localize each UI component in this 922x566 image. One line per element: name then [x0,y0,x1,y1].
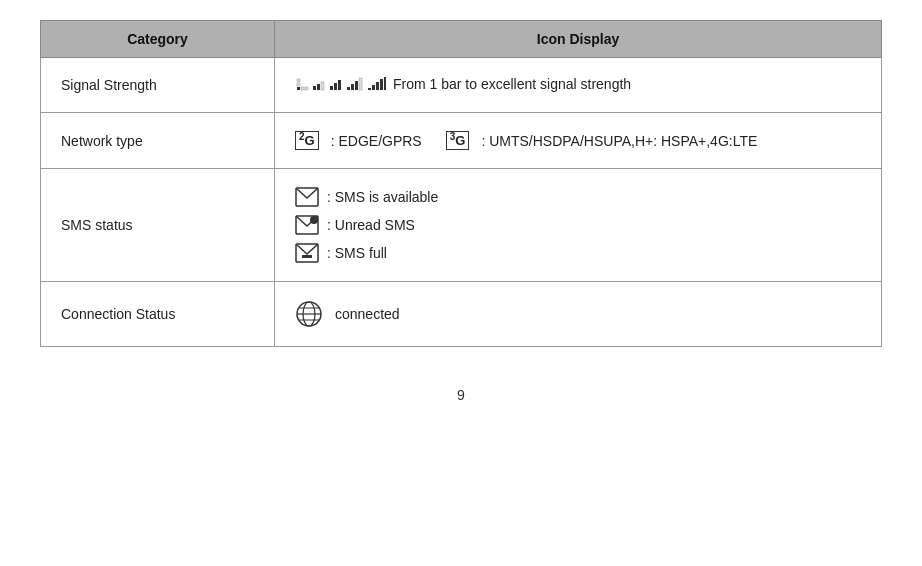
svg-rect-13 [355,81,358,90]
2g-g: G [305,133,315,148]
envelope-full-icon [295,243,319,263]
network-2g-badge: 2G [295,131,319,150]
svg-rect-6 [317,84,320,90]
svg-rect-12 [351,84,354,90]
sms-status-display: : SMS is available : Unread SMS [295,187,861,263]
icon-signal: From 1 bar to excellent signal strength [275,58,882,113]
category-connection: Connection Status [41,282,275,347]
signal-bar-4-icon [346,77,364,91]
svg-rect-11 [347,87,350,90]
category-signal: Signal Strength [41,58,275,113]
svg-rect-3 [297,83,300,86]
signal-bar-2-icon [312,77,326,91]
category-sms: SMS status [41,169,275,282]
svg-rect-24 [302,255,312,258]
table-row-network: Network type 2G : EDGE/GPRS 3G : UMTS/HS… [41,113,882,169]
svg-rect-18 [380,79,383,90]
sms-full-label: : SMS full [327,245,387,261]
sms-unread-item: : Unread SMS [295,215,861,235]
connection-display: connected [295,300,861,328]
signal-bar-1-icon [295,77,309,91]
svg-rect-19 [384,77,386,90]
svg-rect-0 [297,87,300,90]
icon-connection: connected [275,282,882,347]
signal-bar-3-icon [329,77,343,91]
sms-full-item: : SMS full [295,243,861,263]
signal-icons: From 1 bar to excellent signal strength [295,76,631,92]
icon-sms: : SMS is available : Unread SMS [275,169,882,282]
connection-label: connected [335,306,400,322]
header-icon-display: Icon Display [275,21,882,58]
network-3g-desc: : UMTS/HSDPA/HSUPA,H+: HSPA+,4G:LTE [481,133,757,149]
sms-available-label: : SMS is available [327,189,438,205]
icon-network: 2G : EDGE/GPRS 3G : UMTS/HSDPA/HSUPA,H+:… [275,113,882,169]
header-category: Category [41,21,275,58]
table-row-signal: Signal Strength [41,58,882,113]
svg-rect-7 [321,82,324,90]
svg-rect-8 [330,86,333,90]
svg-rect-10 [338,80,341,90]
envelope-available-icon [295,187,319,207]
table-row-sms: SMS status : SMS is available [41,169,882,282]
svg-point-22 [310,216,318,224]
svg-rect-15 [368,88,371,90]
signal-strength-label: From 1 bar to excellent signal strength [393,76,631,92]
network-type-display: 2G : EDGE/GPRS 3G : UMTS/HSDPA/HSUPA,H+:… [295,131,861,150]
category-network: Network type [41,113,275,169]
page-number: 9 [457,387,465,403]
network-2g-desc: : EDGE/GPRS [331,133,422,149]
svg-rect-2 [305,87,308,90]
svg-rect-17 [376,82,379,90]
svg-rect-5 [313,86,316,90]
svg-rect-9 [334,83,337,90]
sms-available-item: : SMS is available [295,187,861,207]
svg-rect-14 [359,78,362,90]
table-row-connection: Connection Status connected [41,282,882,347]
envelope-unread-icon [295,215,319,235]
svg-rect-4 [297,79,300,82]
sms-unread-label: : Unread SMS [327,217,415,233]
globe-icon [295,300,323,328]
network-3g-badge: 3G [446,131,470,150]
svg-rect-1 [301,87,304,90]
main-table: Category Icon Display Signal Strength [40,20,882,347]
signal-bar-5-icon [367,77,387,91]
svg-rect-16 [372,85,375,90]
3g-g: G [455,133,465,148]
